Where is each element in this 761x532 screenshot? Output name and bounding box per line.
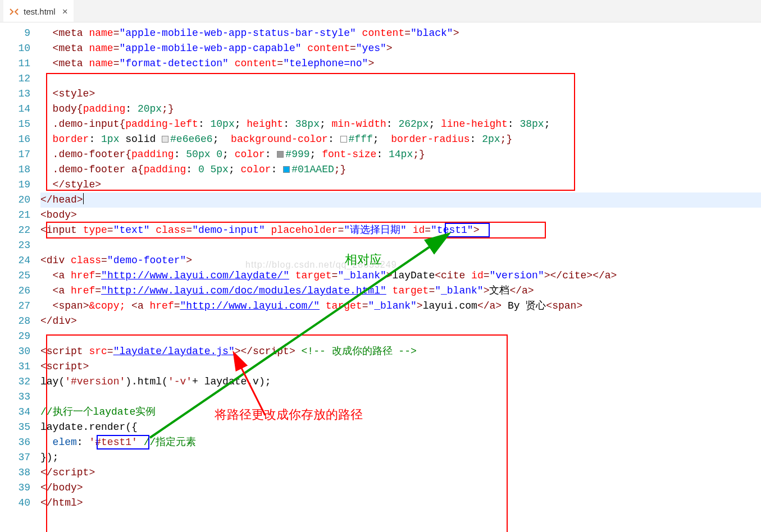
tab-label: test.html [24,7,56,16]
html-file-icon [9,7,19,17]
code-content: <meta name="apple-mobile-web-app-status-… [40,26,761,511]
tab-test-html[interactable]: test.html × [3,0,74,22]
close-icon[interactable]: × [62,6,68,17]
line-number-gutter: 9101112131415161718192021222324252627282… [0,22,40,532]
code-area[interactable]: <meta name="apple-mobile-web-app-status-… [40,22,761,532]
code-editor[interactable]: 9101112131415161718192021222324252627282… [0,22,761,532]
tab-bar: test.html × [0,0,761,22]
